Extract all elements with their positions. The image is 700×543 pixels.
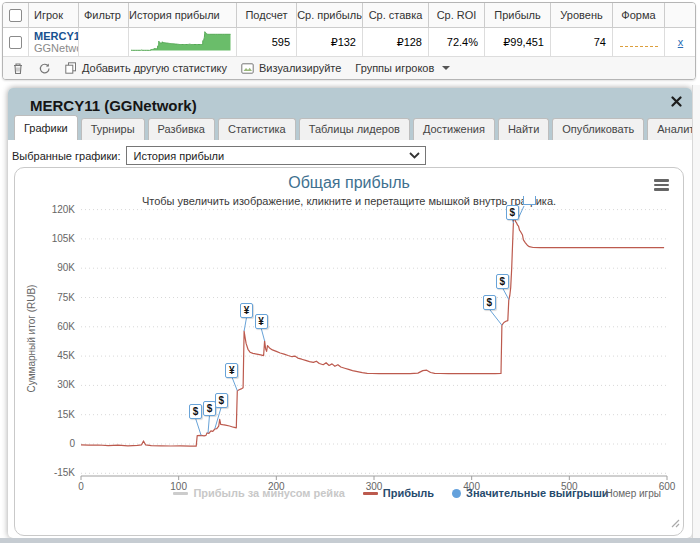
column-header[interactable]: Игрок (29, 3, 79, 28)
y-tick-label: 105K (17, 233, 75, 244)
y-tick-label: 30K (17, 379, 75, 390)
legend-label: Прибыль (383, 487, 434, 499)
player-network: GGNetwork (34, 42, 79, 54)
tab-8[interactable]: Опубликовать (552, 118, 644, 140)
header-checkbox-cell (3, 3, 29, 28)
chart-flag-marker: $ (506, 205, 519, 220)
legend-label: Значительные выигрыши (466, 487, 609, 499)
remove-row-link[interactable]: x (678, 36, 684, 48)
copy-icon (65, 62, 77, 74)
column-header[interactable]: Ср. прибыль (297, 3, 363, 28)
table-row: MERCY11 GGNetwork 595 ₽132 ₽128 72.4% ₽9… (3, 28, 695, 56)
tab-3[interactable]: Разбивка (148, 118, 215, 140)
trash-icon (12, 62, 24, 75)
column-header[interactable]: Прибыль (485, 3, 551, 28)
image-icon (241, 63, 254, 74)
scrollbar[interactable] (692, 85, 700, 538)
y-tick-label: 45K (17, 350, 75, 361)
chart-flag-marker: $ (189, 404, 202, 419)
row-checkbox[interactable] (9, 36, 22, 49)
row-checkbox-cell (3, 28, 29, 56)
y-tick-label: 60K (17, 321, 75, 332)
profit-history-cell (129, 28, 237, 56)
stats-table-widget: ИгрокФильтрИстория прибылиПодсчетСр. при… (2, 2, 696, 80)
table-toolbar: Добавить другую статистику Визуализируйт… (3, 56, 695, 79)
avg-roi-cell: 72.4% (429, 28, 485, 56)
chart-select-value: История прибыли (133, 150, 224, 162)
legend-item[interactable]: Значительные выигрыши (452, 487, 609, 499)
avg-profit-cell: ₽132 (297, 28, 363, 56)
chart-select-row: Выбранные графики: История прибыли (8, 140, 692, 165)
player-groups-label: Группы игроков (355, 62, 434, 74)
select-all-checkbox[interactable] (9, 9, 22, 22)
panel-body: Выбранные графики: История прибыли Общая… (8, 140, 692, 165)
profit-sparkline (129, 29, 235, 55)
legend-item[interactable]: Прибыль за минусом рейка (173, 487, 344, 499)
chart-menu-icon[interactable] (654, 179, 669, 193)
tab-6[interactable]: Достижения (413, 118, 495, 140)
tab-7[interactable]: Найти (498, 118, 549, 140)
profit-cell: ₽99,451 (485, 28, 551, 56)
chart-subtitle: Чтобы увеличить изображение, кликните и … (15, 195, 683, 207)
legend-circle-icon (452, 489, 461, 498)
legend-dash-icon (173, 492, 188, 495)
visualize-button[interactable]: Визуализируйте (241, 62, 341, 74)
forma-placeholder[interactable] (620, 38, 658, 47)
chart-flag-marker: $ (496, 274, 509, 289)
legend-label: Прибыль за минусом рейка (193, 487, 344, 499)
y-tick-label: -15K (17, 467, 75, 478)
y-tick-label: 75K (17, 292, 75, 303)
y-tick-label: 0 (17, 438, 75, 449)
column-header[interactable]: Фильтр (79, 3, 129, 28)
y-tick-label: 15K (17, 409, 75, 420)
player-groups-button[interactable]: Группы игроков (355, 62, 450, 74)
panel-close-button[interactable] (671, 93, 685, 107)
chart-title: Общая прибыль (15, 174, 683, 192)
selected-charts-label: Выбранные графики: (12, 150, 120, 162)
player-name-link[interactable]: MERCY11 (34, 30, 79, 42)
add-statistic-button[interactable]: Добавить другую статистику (65, 62, 227, 74)
column-header[interactable]: История прибыли (129, 3, 237, 28)
remove-row-cell: x (665, 28, 696, 56)
chart-legend: Прибыль за минусом рейкаПрибыльЗначитель… (57, 487, 700, 499)
y-tick-label: 120K (17, 204, 75, 215)
chevron-down-icon (442, 66, 450, 70)
refresh-icon (38, 62, 51, 75)
column-header[interactable]: Уровень (551, 3, 613, 28)
add-statistic-label: Добавить другую статистику (82, 62, 227, 74)
column-header[interactable]: Ср. ставка (363, 3, 429, 28)
player-cell: MERCY11 GGNetwork (29, 28, 79, 56)
panel-title: MERCY11 (GGNetwork) (30, 97, 197, 114)
profit-chart: Общая прибыль Чтобы увеличить изображени… (14, 167, 684, 536)
visualize-label: Визуализируйте (259, 62, 341, 74)
chart-flag-marker: ¥ (255, 314, 268, 329)
forma-cell (613, 28, 665, 56)
chart-flag-marker: ¥ (225, 363, 238, 378)
tab-bar: ГрафикиТурнирыРазбивкаСтатистикаТаблицы … (14, 115, 700, 140)
tab-1[interactable]: Графики (14, 115, 78, 140)
player-panel: MERCY11 (GGNetwork) ГрафикиТурнирыРазбив… (8, 88, 692, 538)
tab-2[interactable]: Турниры (81, 118, 145, 140)
panel-header: MERCY11 (GGNetwork) ГрафикиТурнирыРазбив… (8, 88, 692, 140)
chart-flag-marker-clipped (523, 196, 536, 205)
chevron-down-icon (409, 152, 420, 159)
refresh-button[interactable] (38, 62, 51, 75)
tab-4[interactable]: Статистика (218, 118, 296, 140)
column-header[interactable]: Форма (613, 3, 665, 28)
legend-item[interactable]: Прибыль (363, 487, 434, 499)
delete-button[interactable] (12, 62, 24, 75)
column-header-empty (665, 3, 696, 28)
chart-flag-marker: $ (483, 295, 496, 310)
y-tick-label: 90K (17, 262, 75, 273)
column-header[interactable]: Ср. ROI (429, 3, 485, 28)
tab-5[interactable]: Таблицы лидеров (299, 118, 410, 140)
filter-cell (79, 28, 129, 56)
chart-select[interactable]: История прибыли (126, 146, 426, 165)
resize-handle-icon[interactable] (671, 514, 680, 532)
close-icon (671, 96, 682, 107)
x-axis-title: Номер игры (605, 488, 661, 499)
y-axis-title: Суммарный итог (RUB) (26, 259, 37, 419)
table-header-row: ИгрокФильтрИстория прибылиПодсчетСр. при… (3, 3, 695, 28)
avg-stake-cell: ₽128 (363, 28, 429, 56)
column-header[interactable]: Подсчет (237, 3, 297, 28)
